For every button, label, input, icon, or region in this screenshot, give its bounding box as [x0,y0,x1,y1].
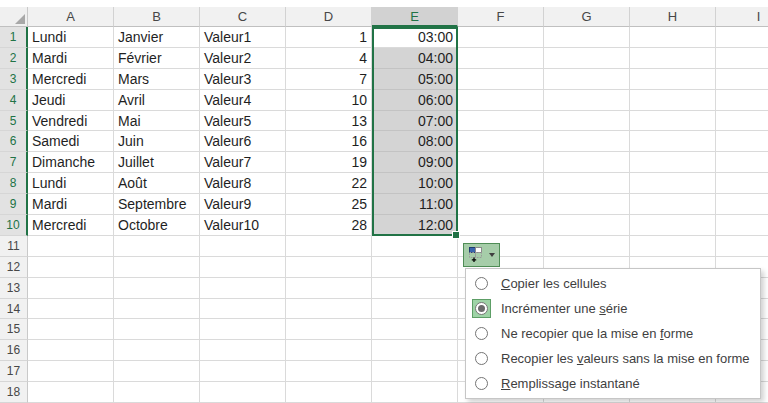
cell-E10[interactable]: 12:00 [372,215,458,236]
row-header-16[interactable]: 16 [0,340,28,361]
cell-F3[interactable] [458,69,544,90]
cell-D6[interactable]: 16 [286,131,372,152]
cell-D16[interactable] [286,340,372,361]
cell-D5[interactable]: 13 [286,111,372,132]
cell-E3[interactable]: 05:00 [372,69,458,90]
cell-H5[interactable] [630,111,716,132]
cell-C17[interactable] [200,361,286,382]
cell-H11[interactable] [630,236,716,257]
cell-E6[interactable]: 08:00 [372,131,458,152]
cell-B3[interactable]: Mars [114,69,200,90]
cell-E2[interactable]: 04:00 [372,48,458,69]
cell-C18[interactable] [200,382,286,403]
fill-menu-item-4[interactable]: Recopier les valeurs sans la mise en for… [466,346,760,371]
cell-A13[interactable] [28,278,114,299]
cell-C15[interactable] [200,319,286,340]
cell-I11[interactable] [716,236,768,257]
row-header-4[interactable]: 4 [0,90,28,111]
cell-C14[interactable] [200,299,286,320]
radio-icon[interactable] [472,374,491,393]
row-header-12[interactable]: 12 [0,257,28,278]
cell-F6[interactable] [458,131,544,152]
cell-D18[interactable] [286,382,372,403]
fill-handle[interactable] [452,231,460,239]
cell-C2[interactable]: Valeur2 [200,48,286,69]
row-header-11[interactable]: 11 [0,236,28,257]
cell-G4[interactable] [544,90,630,111]
cell-D10[interactable]: 28 [286,215,372,236]
cell-D8[interactable]: 22 [286,173,372,194]
cell-I5[interactable] [716,111,768,132]
cell-C16[interactable] [200,340,286,361]
cell-E7[interactable]: 09:00 [372,152,458,173]
row-header-9[interactable]: 9 [0,194,28,215]
cell-E18[interactable] [372,382,458,403]
cell-H7[interactable] [630,152,716,173]
cell-G1[interactable] [544,27,630,48]
column-header-D[interactable]: D [286,7,372,27]
cell-F10[interactable] [458,215,544,236]
column-header-I[interactable]: I [716,7,768,27]
row-header-2[interactable]: 2 [0,48,28,69]
fill-menu-item-1[interactable]: Copier les cellules [466,271,760,296]
cell-C7[interactable]: Valeur7 [200,152,286,173]
cell-E4[interactable]: 06:00 [372,90,458,111]
cell-H9[interactable] [630,194,716,215]
radio-icon[interactable] [472,349,491,368]
cell-B13[interactable] [114,278,200,299]
cell-H3[interactable] [630,69,716,90]
cell-E9[interactable]: 11:00 [372,194,458,215]
row-header-10[interactable]: 10 [0,215,28,236]
row-header-5[interactable]: 5 [0,111,28,132]
row-header-3[interactable]: 3 [0,69,28,90]
cell-E5[interactable]: 07:00 [372,111,458,132]
cell-C5[interactable]: Valeur5 [200,111,286,132]
cell-D14[interactable] [286,299,372,320]
cell-B16[interactable] [114,340,200,361]
fill-menu-item-5[interactable]: Remplissage instantané [466,371,760,396]
cell-G8[interactable] [544,173,630,194]
cell-C6[interactable]: Valeur6 [200,131,286,152]
cell-F8[interactable] [458,173,544,194]
cell-A10[interactable]: Mercredi [28,215,114,236]
cell-B9[interactable]: Septembre [114,194,200,215]
cell-F2[interactable] [458,48,544,69]
cell-D4[interactable]: 10 [286,90,372,111]
cell-A15[interactable] [28,319,114,340]
cell-D11[interactable] [286,236,372,257]
cell-H4[interactable] [630,90,716,111]
column-header-H[interactable]: H [630,7,716,27]
cell-G7[interactable] [544,152,630,173]
cell-F9[interactable] [458,194,544,215]
cell-A5[interactable]: Vendredi [28,111,114,132]
cell-A11[interactable] [28,236,114,257]
row-header-14[interactable]: 14 [0,299,28,320]
cell-D13[interactable] [286,278,372,299]
fill-menu-item-3[interactable]: Ne recopier que la mise en forme [466,321,760,346]
cell-H6[interactable] [630,131,716,152]
cell-B10[interactable]: Octobre [114,215,200,236]
cell-I10[interactable] [716,215,768,236]
cell-F7[interactable] [458,152,544,173]
column-header-F[interactable]: F [458,7,544,27]
column-header-B[interactable]: B [114,7,200,27]
row-header-7[interactable]: 7 [0,152,28,173]
cell-E11[interactable] [372,236,458,257]
cell-I2[interactable] [716,48,768,69]
cell-A4[interactable]: Jeudi [28,90,114,111]
cell-B7[interactable]: Juillet [114,152,200,173]
cell-H2[interactable] [630,48,716,69]
cell-A7[interactable]: Dimanche [28,152,114,173]
cell-E8[interactable]: 10:00 [372,173,458,194]
fill-options-button[interactable] [463,243,500,267]
cell-B14[interactable] [114,299,200,320]
cell-I4[interactable] [716,90,768,111]
cell-H1[interactable] [630,27,716,48]
column-header-G[interactable]: G [544,7,630,27]
cell-E1[interactable]: 03:00 [372,27,458,48]
cell-G9[interactable] [544,194,630,215]
cell-G6[interactable] [544,131,630,152]
radio-icon[interactable] [472,299,491,318]
cell-F4[interactable] [458,90,544,111]
cell-A2[interactable]: Mardi [28,48,114,69]
